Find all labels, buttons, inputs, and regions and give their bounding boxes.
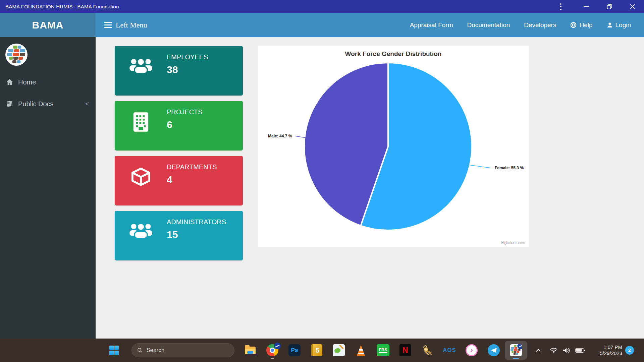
- sidebar-item-public-docs[interactable]: Public Docs <: [0, 95, 96, 113]
- keys-icon: [421, 344, 433, 356]
- notepad-plus-plus-icon: [333, 344, 345, 356]
- top-navbar: BAMA Left Menu Appraisal Form Documentat…: [0, 13, 644, 37]
- running-indicator: [271, 358, 274, 359]
- clock-date: 5/29/2023: [589, 350, 622, 356]
- clock-time: 1:07 PM: [589, 344, 622, 350]
- book-icon: [6, 100, 14, 108]
- users-icon: [129, 57, 153, 75]
- bama-logo: [5, 44, 28, 66]
- extension-badge-icon: [274, 343, 281, 349]
- pie-label-connector: [469, 165, 490, 168]
- search-icon: [137, 347, 143, 353]
- taskbar-app-5[interactable]: 5: [306, 341, 328, 360]
- taskbar-app-chrome[interactable]: [261, 341, 283, 360]
- brand-logo: BAMA: [0, 13, 96, 37]
- aos-icon: AOS: [443, 347, 456, 354]
- nav-item-help[interactable]: Help: [563, 21, 599, 29]
- main-content: EMPLOYEES 38: [96, 37, 644, 339]
- taskbar-app-notepad-plus-plus[interactable]: [328, 341, 350, 360]
- telegram-icon: [488, 344, 500, 356]
- notification-count-badge[interactable]: 2: [625, 346, 634, 355]
- music-note-icon: ♪: [466, 344, 478, 356]
- bama-hrmis-icon: [510, 344, 522, 356]
- tray-show-hidden-icons[interactable]: [533, 349, 544, 352]
- taskbar-app-music[interactable]: ♪: [461, 341, 483, 360]
- gender-distribution-chart: Work Force Gender Distribution Male: 44.…: [258, 46, 529, 247]
- card-value: 38: [167, 64, 208, 75]
- cube-icon: [130, 167, 152, 187]
- battery-status[interactable]: [574, 348, 586, 353]
- chevron-up-icon: [536, 349, 541, 352]
- life-ring-icon: [570, 22, 577, 28]
- card-administrators[interactable]: ADMINISTRATORS 15: [115, 211, 243, 260]
- mosaic-logo-icon: [7, 45, 26, 64]
- left-menu-label: Left Menu: [116, 21, 147, 29]
- minimize-icon: [584, 6, 589, 7]
- card-value: 15: [167, 229, 226, 240]
- card-label: ADMINISTRATORS: [167, 218, 226, 226]
- user-icon: [607, 22, 613, 28]
- card-employees[interactable]: EMPLOYEES 38: [115, 46, 243, 96]
- pie-label-male: Male: 44.7 %: [268, 134, 292, 138]
- highcharts-credits[interactable]: Highcharts.com: [501, 241, 525, 245]
- taskbar-app-keys[interactable]: [416, 341, 438, 360]
- sidebar: Home Public Docs <: [0, 37, 96, 339]
- vlc-cone-icon: [355, 345, 367, 356]
- file-explorer-icon: [244, 345, 257, 356]
- card-departments[interactable]: DEPARTMENTS 4: [115, 156, 243, 205]
- chrome-icon: [266, 344, 278, 356]
- users-icon: [129, 222, 153, 240]
- app-5-icon: 5: [311, 344, 322, 356]
- close-button[interactable]: [621, 0, 644, 13]
- start-button[interactable]: [109, 346, 119, 355]
- card-label: PROJECTS: [167, 108, 203, 116]
- window-menu-button[interactable]: [553, 0, 569, 13]
- kebab-menu-icon: [560, 3, 561, 10]
- wifi-icon: [550, 347, 558, 354]
- card-projects[interactable]: PROJECTS 6: [115, 101, 243, 150]
- battery-icon: [575, 348, 584, 353]
- chart-title: Work Force Gender Distribution: [258, 50, 529, 58]
- nav-item-documentation[interactable]: Documentation: [460, 21, 517, 29]
- restore-button[interactable]: [598, 0, 621, 13]
- card-label: DEPARTMENTS: [167, 163, 217, 171]
- nav-item-appraisal-form[interactable]: Appraisal Form: [403, 21, 460, 29]
- chevron-left-icon: <: [85, 100, 89, 108]
- photoshop-icon: Ps: [288, 344, 301, 356]
- card-label: EMPLOYEES: [167, 53, 208, 61]
- window-titlebar: BAMA FOUNDATION HRMIS - BAMA Foundation: [0, 0, 644, 13]
- pie-label-female: Female: 55.3 %: [495, 166, 524, 170]
- taskbar-search[interactable]: [131, 343, 234, 357]
- taskbar-app-fbs[interactable]: FBS: [372, 341, 394, 360]
- hamburger-icon: [104, 22, 112, 28]
- taskbar-app-aos[interactable]: AOS: [438, 341, 461, 360]
- taskbar-app-bama-hrmis[interactable]: [505, 341, 527, 360]
- restore-icon: [607, 4, 612, 9]
- building-icon: [132, 112, 150, 132]
- sidebar-item-home[interactable]: Home: [0, 73, 96, 91]
- taskbar-app-file-explorer[interactable]: [239, 341, 261, 360]
- taskbar-app-vlc[interactable]: [350, 341, 372, 360]
- volume-status[interactable]: [561, 347, 571, 354]
- nav-item-login[interactable]: Login: [600, 21, 638, 29]
- pie-chart: [258, 46, 529, 247]
- netflix-icon: N: [399, 344, 411, 356]
- close-icon: [630, 4, 635, 9]
- fbs-icon: FBS: [377, 344, 389, 356]
- window-title: BAMA FOUNDATION HRMIS - BAMA Foundation: [0, 4, 119, 9]
- taskbar-app-telegram[interactable]: [483, 341, 505, 360]
- taskbar-app-netflix[interactable]: N: [394, 341, 416, 360]
- card-value: 6: [167, 119, 203, 130]
- taskbar: Ps 5 FBS N AOS ♪: [0, 339, 644, 362]
- minimize-button[interactable]: [575, 0, 598, 13]
- taskbar-clock[interactable]: 1:07 PM 5/29/2023: [589, 344, 622, 356]
- wifi-status[interactable]: [549, 347, 559, 354]
- card-value: 4: [167, 174, 217, 185]
- home-icon: [6, 79, 13, 85]
- speaker-icon: [562, 347, 570, 354]
- search-input[interactable]: [146, 347, 232, 354]
- taskbar-app-photoshop[interactable]: Ps: [283, 341, 306, 360]
- left-menu-toggle[interactable]: Left Menu: [104, 21, 147, 29]
- nav-item-developers[interactable]: Developers: [517, 21, 563, 29]
- active-window-indicator: [513, 358, 519, 359]
